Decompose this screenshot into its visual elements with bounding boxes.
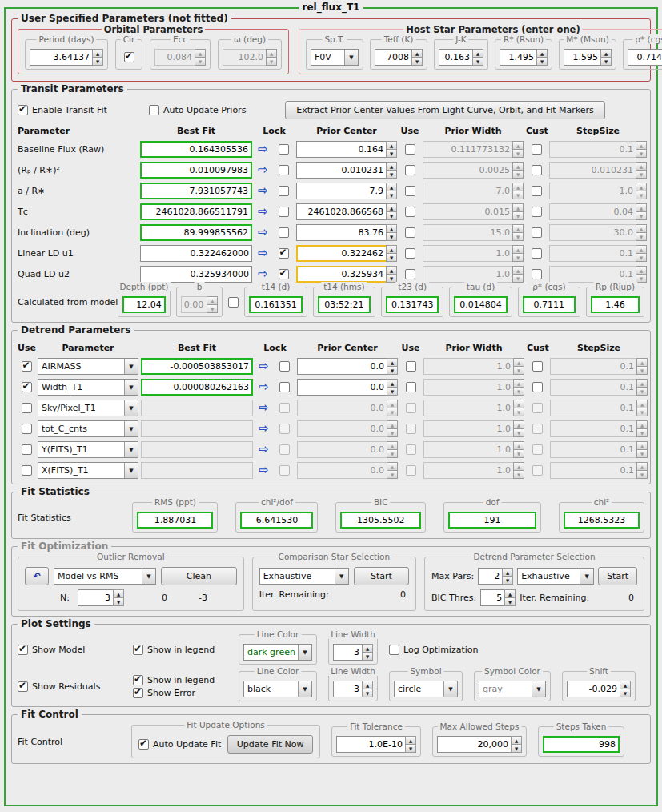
show-residuals-checkbox[interactable]	[18, 681, 28, 692]
model-line-width-input[interactable]	[333, 644, 362, 661]
spin-down-icon[interactable]: ▼	[387, 367, 398, 375]
lock-checkbox[interactable]	[279, 361, 290, 372]
copy-to-prior-arrow-icon[interactable]: ⇨	[255, 227, 271, 239]
detrend-start-button[interactable]: Start	[598, 567, 637, 585]
prior-center-input[interactable]	[296, 141, 386, 158]
update-fit-now-button[interactable]: Update Fit Now	[227, 735, 313, 754]
use-detrend-checkbox[interactable]	[22, 444, 32, 455]
lock-checkbox[interactable]	[279, 382, 290, 392]
spin-up-icon[interactable]: ▲	[386, 245, 397, 254]
spin-up-icon[interactable]: ▲	[511, 736, 522, 745]
prior-center-input[interactable]	[296, 183, 386, 199]
spin-up-icon[interactable]: ▲	[386, 141, 397, 150]
spin-up-icon[interactable]: ▲	[92, 49, 103, 58]
spin-up-icon[interactable]: ▲	[472, 49, 483, 58]
copy-to-prior-arrow-icon[interactable]: ⇨	[255, 464, 271, 476]
detrend-param-combo[interactable]: AIRMASS▼	[38, 358, 138, 375]
extract-priors-button[interactable]: Extract Prior Center Values From Light C…	[285, 101, 605, 119]
use-prior-checkbox[interactable]	[406, 361, 416, 372]
period-input[interactable]	[30, 49, 92, 66]
residual-line-color-combo[interactable]: black▼	[243, 681, 312, 697]
rhostar-input[interactable]	[628, 49, 662, 66]
spin-down-icon[interactable]: ▼	[536, 58, 548, 66]
spin-up-icon[interactable]: ▲	[504, 589, 516, 598]
spin-down-icon[interactable]: ▼	[386, 150, 397, 158]
prior-center-input[interactable]	[297, 379, 387, 396]
show-error[interactable]: Show Error	[133, 688, 227, 698]
comp-start-button[interactable]: Start	[354, 567, 409, 585]
copy-to-prior-arrow-icon[interactable]: ⇨	[255, 402, 271, 414]
auto-priors-checkbox[interactable]	[149, 105, 159, 115]
cust-checkbox[interactable]	[532, 269, 542, 279]
spin-down-icon[interactable]: ▼	[386, 171, 397, 179]
mstar-input[interactable]	[564, 49, 600, 66]
detrend-param-combo[interactable]: Sky/Pixel_T1▼	[38, 400, 138, 416]
cir-checkbox[interactable]	[124, 52, 134, 62]
use-prior-checkbox[interactable]	[405, 269, 415, 279]
auto-update-fit-checkbox[interactable]	[138, 739, 149, 750]
cust-checkbox[interactable]	[532, 361, 543, 372]
detrend-param-combo[interactable]: X(FITS)_T1▼	[38, 462, 138, 479]
enable-transit-checkbox[interactable]	[18, 105, 28, 115]
copy-to-prior-arrow-icon[interactable]: ⇨	[255, 444, 271, 456]
show-model-checkbox[interactable]	[18, 645, 28, 655]
show-model[interactable]: Show Model	[18, 645, 122, 655]
spin-down-icon[interactable]: ▼	[600, 58, 612, 66]
b-lock-checkbox[interactable]	[228, 297, 239, 308]
spin-up-icon[interactable]: ▲	[536, 49, 548, 58]
lock-checkbox[interactable]	[279, 248, 289, 259]
use-prior-checkbox[interactable]	[405, 165, 415, 175]
cust-checkbox[interactable]	[532, 227, 542, 238]
show-error-checkbox[interactable]	[133, 688, 143, 698]
prior-center-input[interactable]	[296, 162, 386, 179]
lock-checkbox[interactable]	[279, 144, 289, 155]
show-in-legend-checkbox[interactable]	[133, 675, 143, 685]
spin-up-icon[interactable]: ▲	[113, 589, 124, 598]
rstar-input[interactable]	[500, 49, 536, 66]
spin-up-icon[interactable]: ▲	[386, 266, 397, 275]
symbol-color-combo[interactable]: gray▼	[479, 681, 546, 697]
symbol-combo[interactable]: circle▼	[394, 681, 458, 697]
cust-checkbox[interactable]	[532, 165, 542, 175]
lock-checkbox[interactable]	[279, 186, 289, 196]
shift-input[interactable]	[567, 681, 620, 697]
enable-transit-fit[interactable]: Enable Transit Fit	[18, 105, 130, 115]
prior-center-input[interactable]	[296, 224, 386, 241]
lock-checkbox[interactable]	[279, 207, 289, 217]
prior-center-input[interactable]	[296, 203, 386, 220]
spin-down-icon[interactable]: ▼	[620, 689, 631, 697]
use-prior-checkbox[interactable]	[405, 207, 415, 217]
copy-to-prior-arrow-icon[interactable]: ⇨	[255, 164, 271, 176]
use-prior-checkbox[interactable]	[406, 382, 416, 392]
spin-down-icon[interactable]: ▼	[411, 58, 423, 66]
spin-up-icon[interactable]: ▲	[620, 681, 631, 689]
spin-up-icon[interactable]: ▲	[362, 644, 373, 653]
show-in-legend-model[interactable]: Show in legend	[133, 645, 227, 655]
cust-checkbox[interactable]	[532, 248, 542, 259]
lock-checkbox[interactable]	[279, 165, 289, 175]
use-detrend-checkbox[interactable]	[22, 465, 32, 476]
copy-to-prior-arrow-icon[interactable]: ⇨	[255, 143, 271, 155]
copy-to-prior-arrow-icon[interactable]: ⇨	[255, 381, 271, 393]
prior-center-input[interactable]	[297, 358, 387, 375]
outlier-method-combo[interactable]: Model vs RMS▼	[54, 568, 156, 585]
spin-up-icon[interactable]: ▲	[387, 379, 398, 388]
use-prior-checkbox[interactable]	[405, 144, 415, 155]
spin-up-icon[interactable]: ▲	[600, 49, 612, 58]
copy-to-prior-arrow-icon[interactable]: ⇨	[255, 423, 271, 435]
copy-to-prior-arrow-icon[interactable]: ⇨	[255, 360, 271, 372]
spin-up-icon[interactable]: ▲	[386, 203, 397, 212]
spin-down-icon[interactable]: ▼	[386, 254, 397, 262]
detrend-method-combo[interactable]: Exhaustive▼	[517, 568, 594, 585]
n-input[interactable]	[78, 589, 113, 606]
use-detrend-checkbox[interactable]	[22, 424, 32, 434]
spin-down-icon[interactable]: ▼	[472, 58, 483, 66]
prior-center-input[interactable]	[296, 266, 386, 283]
lock-checkbox[interactable]	[279, 227, 289, 238]
spin-down-icon[interactable]: ▼	[386, 212, 397, 220]
spin-down-icon[interactable]: ▼	[113, 598, 124, 606]
copy-to-prior-arrow-icon[interactable]: ⇨	[255, 185, 271, 197]
cust-checkbox[interactable]	[532, 382, 543, 392]
detrend-param-combo[interactable]: tot_C_cnts▼	[38, 420, 138, 437]
cust-checkbox[interactable]	[532, 144, 542, 155]
